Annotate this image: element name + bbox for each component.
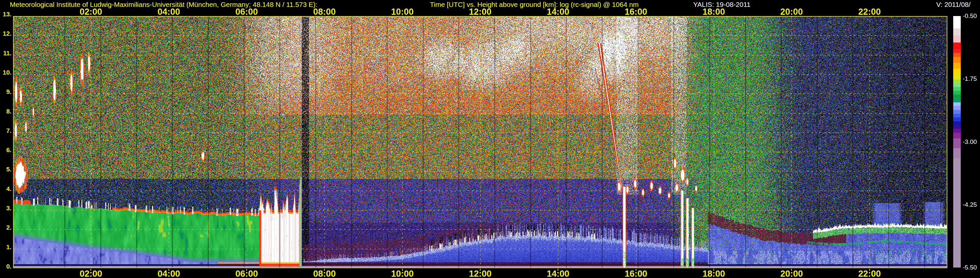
colorbar-tick--0.50: -0.50 (963, 13, 977, 19)
x-tickmark-12:00 (480, 269, 480, 271)
x-tick-top-16:00: 16:00 (621, 8, 651, 16)
x-tickmark-10:00 (402, 269, 403, 271)
colorbar-tick--1.75: -1.75 (963, 75, 977, 82)
y-tick-1.: 1. (0, 244, 11, 250)
x-tickmark-20:00 (791, 269, 792, 271)
colorbar-tick--5.50: -5.50 (963, 264, 977, 270)
x-tick-top-22:00: 22:00 (855, 8, 884, 16)
x-tickmark-14:00 (558, 269, 558, 271)
y-tick-2.: 2. (0, 224, 11, 230)
x-tick-top-10:00: 10:00 (388, 8, 417, 16)
colorbar-tick--4.25: -4.25 (963, 201, 977, 208)
y-tick-8.: 8. (0, 108, 11, 115)
x-tick-top-08:00: 08:00 (310, 8, 339, 16)
y-tick-13.: 13. (0, 11, 11, 18)
x-tick-top-18:00: 18:00 (699, 8, 729, 16)
y-tick-5.: 5. (0, 166, 11, 173)
x-tick-top-14:00: 14:00 (543, 8, 573, 16)
x-tick-top-12:00: 12:00 (466, 8, 495, 16)
lidar-quicklook-page: Meteorological Institute of Ludwig-Maxim… (0, 0, 980, 278)
version-label: V: 2011/08/ (936, 1, 970, 8)
y-tick-0.: 0. (0, 263, 11, 270)
colorbar-canvas (953, 16, 961, 268)
y-tick-11.: 11. (0, 50, 11, 56)
y-tick-7.: 7. (0, 128, 11, 134)
x-tickmark-02:00 (91, 269, 91, 271)
x-tick-top-06:00: 06:00 (232, 8, 261, 16)
x-tickmark-16:00 (636, 269, 636, 271)
x-tickmark-08:00 (324, 269, 325, 271)
colorbar-tick--3.00: -3.00 (963, 139, 977, 145)
x-tickmark-22:00 (869, 269, 870, 271)
y-tick-3.: 3. (0, 205, 11, 211)
x-tick-top-20:00: 20:00 (777, 8, 806, 16)
y-tick-12.: 12. (0, 30, 11, 37)
heatmap-canvas (13, 16, 947, 268)
y-tick-6.: 6. (0, 147, 11, 153)
y-tick-9.: 9. (0, 89, 11, 95)
x-tickmark-04:00 (169, 269, 169, 271)
y-tick-10.: 10. (0, 69, 11, 75)
x-tick-top-04:00: 04:00 (154, 8, 184, 16)
x-tick-top-02:00: 02:00 (76, 8, 105, 16)
y-tick-4.: 4. (0, 186, 11, 192)
plot-title: Time [UTC] vs. Height above ground [km]:… (430, 1, 639, 8)
x-tickmark-06:00 (246, 269, 247, 271)
x-tickmark-18:00 (713, 269, 714, 271)
